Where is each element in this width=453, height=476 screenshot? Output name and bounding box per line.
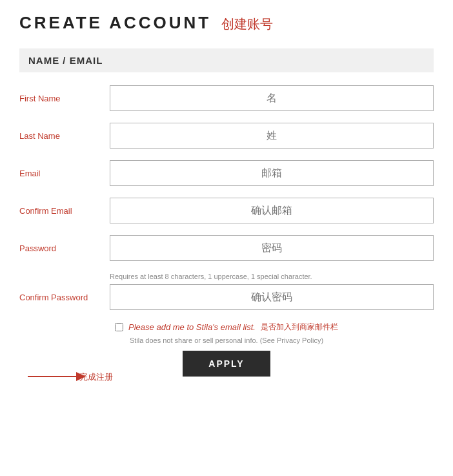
last-name-input[interactable] xyxy=(110,123,434,149)
password-label: Password xyxy=(19,243,110,253)
confirm-password-row: Confirm Password xyxy=(19,284,434,310)
confirm-email-label: Confirm Email xyxy=(19,206,110,216)
page-title-area: CREATE ACCOUNT 创建账号 xyxy=(19,13,434,33)
email-list-row: Please add me to Stila's email list. 是否加… xyxy=(19,322,434,333)
password-hint: Requires at least 8 characters, 1 upperc… xyxy=(110,273,434,280)
confirm-email-row: Confirm Email xyxy=(19,198,434,223)
first-name-label: First Name xyxy=(19,94,110,103)
svg-marker-1 xyxy=(76,372,86,381)
email-list-checkbox[interactable] xyxy=(115,323,123,331)
bottom-area: 完成注册 APPLY xyxy=(19,351,434,377)
email-row: Email xyxy=(19,160,434,186)
last-name-label: Last Name xyxy=(19,131,110,141)
confirm-password-input[interactable] xyxy=(110,284,434,310)
password-row: Password xyxy=(19,235,434,261)
confirm-email-input[interactable] xyxy=(110,198,434,223)
email-list-annotation-cn: 是否加入到商家邮件栏 xyxy=(261,322,338,333)
email-input[interactable] xyxy=(110,160,434,186)
confirm-password-label: Confirm Password xyxy=(19,293,110,302)
privacy-text-content: Stila does not share or sell personal in… xyxy=(130,336,323,344)
last-name-row: Last Name xyxy=(19,123,434,149)
email-list-label: Please add me to Stila's email list. xyxy=(128,322,256,332)
page-title-cn: 创建账号 xyxy=(221,16,273,33)
password-input[interactable] xyxy=(110,235,434,261)
email-label: Email xyxy=(19,169,110,178)
first-name-row: First Name xyxy=(19,85,434,111)
apply-annotation-cn: 完成注册 xyxy=(79,371,113,383)
section-header: NAME / EMAIL xyxy=(19,48,434,72)
apply-button-wrapper: 完成注册 APPLY xyxy=(183,351,270,377)
privacy-text: Stila does not share or sell personal in… xyxy=(19,336,434,344)
first-name-input[interactable] xyxy=(110,85,434,111)
apply-button[interactable]: APPLY xyxy=(183,351,270,377)
apply-arrow-icon xyxy=(28,367,86,386)
page-title-en: CREATE ACCOUNT xyxy=(19,13,211,33)
